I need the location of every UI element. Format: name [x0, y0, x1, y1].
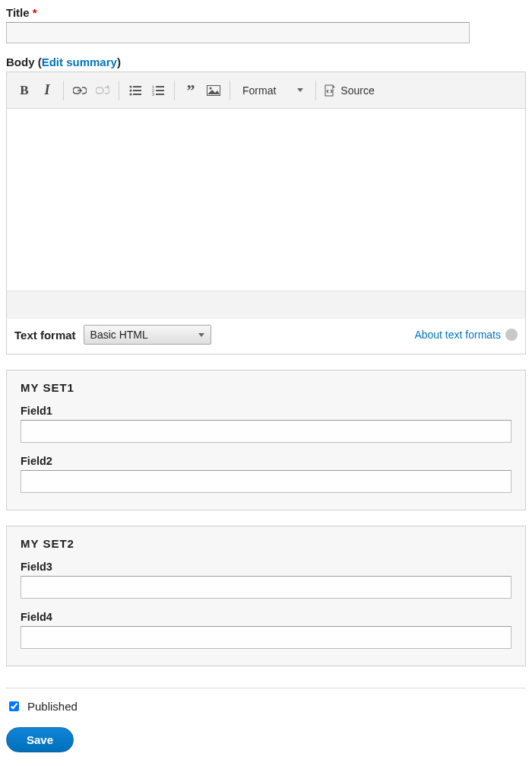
svg-rect-7 — [156, 86, 164, 87]
editor-toolbar: B I 123 ” Format — [7, 72, 525, 109]
bullet-list-button[interactable] — [124, 79, 147, 102]
field1-input[interactable] — [21, 420, 511, 443]
svg-text:3: 3 — [152, 92, 154, 96]
help-icon[interactable] — [505, 329, 518, 341]
image-button[interactable] — [202, 79, 225, 102]
body-label: Body (Edit summary) — [6, 56, 526, 68]
field-label: Field1 — [21, 405, 511, 417]
toolbar-separator — [230, 81, 230, 100]
published-label: Published — [27, 700, 78, 713]
fieldset-my-set1: MY SET1 Field1 Field2 — [6, 370, 526, 510]
format-dropdown[interactable]: Format — [235, 84, 311, 97]
bold-button[interactable]: B — [13, 79, 36, 102]
about-text-formats-link[interactable]: About text formats — [414, 329, 501, 341]
field4-input[interactable] — [21, 626, 511, 649]
text-format-label: Text format — [14, 329, 76, 342]
published-checkbox[interactable] — [9, 701, 19, 711]
editor-content-area[interactable] — [7, 109, 525, 291]
unlink-button[interactable] — [91, 79, 114, 102]
text-format-select[interactable]: Basic HTML — [84, 325, 211, 345]
toolbar-separator — [119, 81, 119, 100]
toolbar-separator — [63, 81, 64, 100]
field2-input[interactable] — [21, 470, 511, 493]
blockquote-button[interactable]: ” — [179, 79, 202, 102]
toolbar-separator — [315, 81, 316, 100]
svg-point-4 — [130, 93, 132, 95]
field-label: Field2 — [21, 455, 511, 467]
divider — [6, 688, 526, 688]
edit-summary-link[interactable]: Edit summary — [42, 56, 117, 68]
rich-text-editor: B I 123 ” Format — [6, 72, 526, 354]
fieldset-my-set2: MY SET2 Field3 Field4 — [6, 526, 526, 666]
title-label: Title * — [6, 6, 526, 19]
svg-rect-3 — [133, 90, 141, 91]
svg-rect-9 — [156, 90, 164, 91]
svg-rect-1 — [133, 86, 141, 87]
svg-rect-5 — [133, 94, 141, 95]
save-button[interactable]: Save — [6, 727, 74, 752]
field-label: Field4 — [21, 611, 511, 623]
field-label: Field3 — [21, 561, 511, 573]
fieldset-legend: MY SET2 — [21, 537, 511, 550]
editor-footer — [7, 291, 525, 319]
svg-point-0 — [130, 85, 132, 87]
text-format-row: Text format Basic HTML About text format… — [7, 319, 525, 354]
link-button[interactable] — [68, 79, 91, 102]
toolbar-separator — [174, 81, 175, 100]
italic-button[interactable]: I — [36, 79, 59, 102]
numbered-list-button[interactable]: 123 — [147, 79, 169, 102]
field3-input[interactable] — [21, 576, 511, 599]
svg-point-13 — [210, 87, 212, 89]
source-icon — [324, 84, 336, 97]
title-input[interactable] — [6, 22, 470, 43]
source-button[interactable]: Source — [321, 84, 374, 97]
fieldset-legend: MY SET1 — [21, 381, 511, 394]
svg-point-2 — [130, 89, 132, 91]
chevron-down-icon — [198, 333, 204, 337]
required-marker: * — [33, 6, 37, 19]
svg-rect-11 — [156, 94, 164, 95]
chevron-down-icon — [297, 88, 303, 92]
